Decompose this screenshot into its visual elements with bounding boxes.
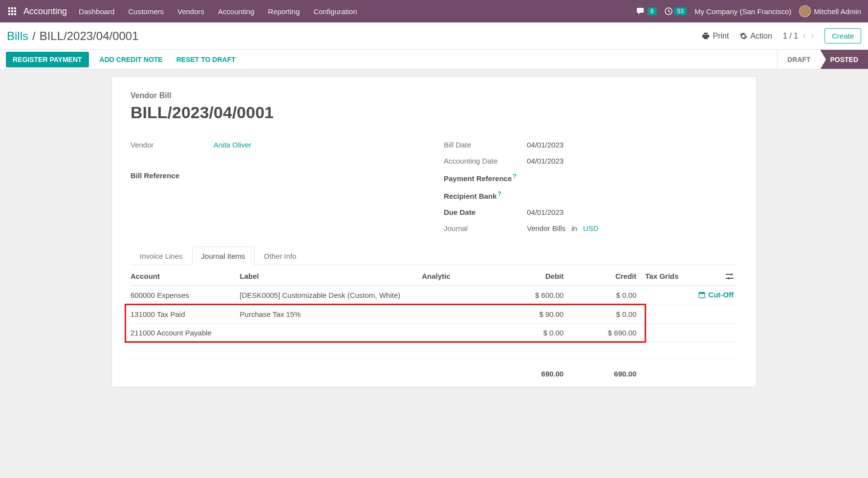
control-panel: Bills / BILL/2023/04/0001 Print Action 1… <box>0 22 868 50</box>
table-row[interactable]: 600000 Expenses [DESK0005] Customizable … <box>130 286 738 305</box>
cell-debit: $ 0.00 <box>495 323 567 342</box>
discuss-count: 6 <box>648 7 657 15</box>
cell-credit: $ 0.00 <box>567 305 640 323</box>
recipient-bank-label: Recipient Bank? <box>444 190 527 200</box>
svg-rect-7 <box>11 13 13 15</box>
col-account[interactable]: Account <box>130 267 240 286</box>
breadcrumb-root[interactable]: Bills <box>7 29 28 43</box>
menu-configuration[interactable]: Configuration <box>313 7 357 16</box>
table-settings-icon[interactable] <box>726 273 734 280</box>
cell-credit: $ 0.00 <box>567 286 640 305</box>
cell-account: 211000 Account Payable <box>130 323 240 342</box>
table-totals: 690.00 690.00 <box>130 358 738 383</box>
company-switcher[interactable]: My Company (San Francisco) <box>694 7 791 16</box>
register-payment-button[interactable]: REGISTER PAYMENT <box>6 52 89 67</box>
due-date-value: 04/01/2023 <box>527 208 564 216</box>
reset-to-draft-button[interactable]: RESET TO DRAFT <box>170 50 242 69</box>
cell-analytic <box>422 286 495 305</box>
print-button[interactable]: Print <box>702 32 729 41</box>
pager: 1 / 1 ‹ › <box>783 31 814 41</box>
pager-prev[interactable]: ‹ <box>803 31 806 41</box>
activity-count: 53 <box>674 7 687 15</box>
tab-invoice-lines[interactable]: Invoice Lines <box>130 247 192 265</box>
help-icon[interactable]: ? <box>498 190 501 197</box>
journal-items-table: Account Label Analytic Debit Credit Tax … <box>130 267 738 383</box>
journal-value: Vendor Bills <box>527 224 565 232</box>
col-debit[interactable]: Debit <box>495 267 567 286</box>
svg-rect-13 <box>703 291 704 293</box>
create-button[interactable]: Create <box>825 28 861 43</box>
control-right: Print Action 1 / 1 ‹ › Create <box>702 28 861 43</box>
main-menu: Dashboard Customers Vendors Accounting R… <box>79 7 634 16</box>
status-bar: REGISTER PAYMENT ADD CREDIT NOTE RESET T… <box>0 50 868 69</box>
cell-account: 131000 Tax Paid <box>130 305 240 323</box>
user-name: Mitchell Admin <box>814 7 861 16</box>
col-label[interactable]: Label <box>240 267 422 286</box>
accounting-date-label: Accounting Date <box>444 157 527 165</box>
menu-dashboard[interactable]: Dashboard <box>79 7 114 16</box>
menu-accounting[interactable]: Accounting <box>218 7 254 16</box>
notebook-tabs: Invoice Lines Journal Items Other Info <box>130 246 738 265</box>
breadcrumb-sep: / <box>32 29 36 43</box>
cell-label: Purchase Tax 15% <box>240 305 422 323</box>
payment-reference-label: Payment Reference? <box>444 173 527 183</box>
breadcrumb: Bills / BILL/2023/04/0001 <box>7 29 139 43</box>
discuss-icon[interactable]: 6 <box>637 7 657 15</box>
action-button[interactable]: Action <box>739 32 772 41</box>
cell-account: 600000 Expenses <box>130 286 240 305</box>
bill-date-label: Bill Date <box>444 141 527 149</box>
journal-currency[interactable]: USD <box>583 224 599 232</box>
topnav-right: 6 53 My Company (San Francisco) Mitchell… <box>637 5 861 17</box>
menu-customers[interactable]: Customers <box>128 7 164 16</box>
fields-left: Vendor Anita Oliver Bill Reference <box>130 137 424 236</box>
cell-tax-grids <box>640 286 689 305</box>
cell-debit: $ 90.00 <box>495 305 567 323</box>
add-credit-note-button[interactable]: ADD CREDIT NOTE <box>93 50 170 69</box>
cell-credit: $ 690.00 <box>567 323 640 342</box>
cell-label <box>240 323 422 342</box>
status-draft[interactable]: DRAFT <box>777 50 820 69</box>
due-date-label: Due Date <box>444 208 527 216</box>
table-row[interactable]: 131000 Tax Paid Purchase Tax 15% $ 90.00… <box>130 305 738 323</box>
user-menu[interactable]: Mitchell Admin <box>799 5 861 17</box>
cutoff-button[interactable]: Cut-Off <box>698 291 734 299</box>
pager-text[interactable]: 1 / 1 <box>783 32 798 41</box>
status-posted[interactable]: POSTED <box>820 50 868 69</box>
avatar <box>799 5 811 17</box>
menu-vendors[interactable]: Vendors <box>177 7 204 16</box>
svg-rect-4 <box>11 10 13 12</box>
col-tax-grids[interactable]: Tax Grids <box>640 267 689 286</box>
tab-journal-items[interactable]: Journal Items <box>192 247 255 265</box>
journal-label: Journal <box>444 224 527 232</box>
svg-rect-6 <box>8 13 10 15</box>
svg-rect-12 <box>700 291 701 293</box>
col-analytic[interactable]: Analytic <box>422 267 495 286</box>
cell-tax-grids <box>640 305 689 323</box>
action-label: Action <box>750 32 772 41</box>
doc-subtitle: Vendor Bill <box>130 91 738 100</box>
status-stages: DRAFT POSTED <box>777 50 868 69</box>
fields-right: Bill Date 04/01/2023 Accounting Date 04/… <box>444 137 738 236</box>
svg-rect-0 <box>8 7 10 9</box>
status-buttons: REGISTER PAYMENT ADD CREDIT NOTE RESET T… <box>6 50 242 69</box>
svg-rect-8 <box>14 13 16 15</box>
app-brand[interactable]: Accounting <box>23 6 67 17</box>
bill-reference-label: Bill Reference <box>130 171 214 180</box>
cell-analytic <box>422 323 495 342</box>
top-nav: Accounting Dashboard Customers Vendors A… <box>0 0 868 22</box>
tab-other-info[interactable]: Other Info <box>255 247 306 265</box>
menu-reporting[interactable]: Reporting <box>268 7 300 16</box>
sheet-background: Vendor Bill BILL/2023/04/0001 Vendor Ani… <box>0 69 868 394</box>
vendor-value[interactable]: Anita Oliver <box>214 141 252 149</box>
svg-rect-11 <box>699 292 705 294</box>
apps-icon[interactable] <box>7 6 18 17</box>
journal-in: in <box>571 224 577 232</box>
help-icon[interactable]: ? <box>513 173 516 180</box>
activity-icon[interactable]: 53 <box>665 7 687 15</box>
col-credit[interactable]: Credit <box>567 267 640 286</box>
cell-debit: $ 600.00 <box>495 286 567 305</box>
pager-next[interactable]: › <box>811 31 814 41</box>
total-credit: 690.00 <box>567 358 640 383</box>
print-label: Print <box>713 32 729 41</box>
table-row[interactable]: 211000 Account Payable $ 0.00 $ 690.00 <box>130 323 738 342</box>
